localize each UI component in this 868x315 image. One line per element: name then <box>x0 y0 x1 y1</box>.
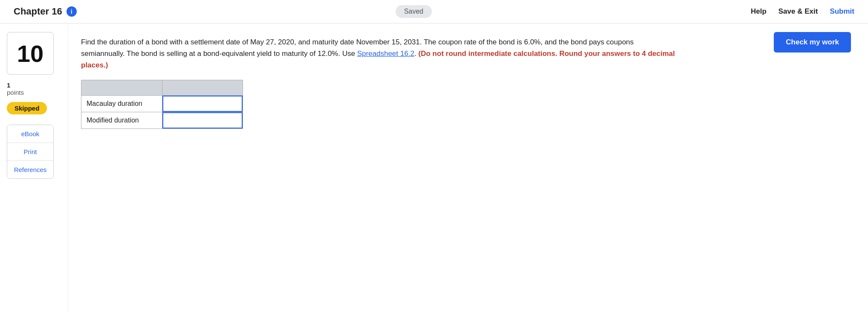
main-layout: 10 1 points Skipped eBook Print Referenc… <box>0 23 868 313</box>
check-my-work-button[interactable]: Check my work <box>774 32 851 52</box>
chapter-title: Chapter 16 <box>14 6 62 17</box>
answer-table: Macaulay duration Modified duration <box>81 80 243 129</box>
ebook-button[interactable]: eBook <box>7 125 53 143</box>
header-left: Chapter 16 i <box>14 6 77 17</box>
question-number: 10 <box>17 40 43 67</box>
references-button[interactable]: References <box>7 161 53 178</box>
header-right: Help Save & Exit Submit <box>751 7 854 16</box>
table-row: Macaulay duration <box>81 95 243 112</box>
macaulay-label: Macaulay duration <box>81 95 162 112</box>
save-exit-button[interactable]: Save & Exit <box>778 7 818 16</box>
macaulay-input[interactable] <box>162 96 243 112</box>
help-button[interactable]: Help <box>751 7 767 16</box>
table-row: Modified duration <box>81 112 243 128</box>
question-number-box: 10 <box>7 32 54 75</box>
points-label: points <box>7 89 24 96</box>
saved-badge: Saved <box>396 5 432 18</box>
question-body: Find the duration of a bond with a settl… <box>81 36 678 129</box>
question-text-part2: . <box>414 50 418 58</box>
question-text: Find the duration of a bond with a settl… <box>81 36 678 71</box>
sidebar: 10 1 points Skipped eBook Print Referenc… <box>0 23 68 313</box>
modified-input-cell <box>162 112 243 128</box>
spreadsheet-link[interactable]: Spreadsheet 16.2 <box>357 50 414 58</box>
print-button[interactable]: Print <box>7 143 53 161</box>
info-icon[interactable]: i <box>67 6 77 17</box>
header: Chapter 16 i Saved Help Save & Exit Subm… <box>0 0 868 23</box>
table-header-col2 <box>162 80 243 95</box>
table-header-col1 <box>81 80 162 95</box>
sidebar-links: eBook Print References <box>7 125 54 179</box>
header-center: Saved <box>396 5 432 18</box>
modified-input[interactable] <box>162 112 243 128</box>
content-area: Check my work Find the duration of a bon… <box>68 23 868 313</box>
modified-label: Modified duration <box>81 112 162 128</box>
points-value: 1 <box>7 82 10 89</box>
table-header-row <box>81 80 243 95</box>
macaulay-input-cell <box>162 95 243 112</box>
submit-button[interactable]: Submit <box>830 7 854 16</box>
skipped-badge: Skipped <box>7 102 47 114</box>
